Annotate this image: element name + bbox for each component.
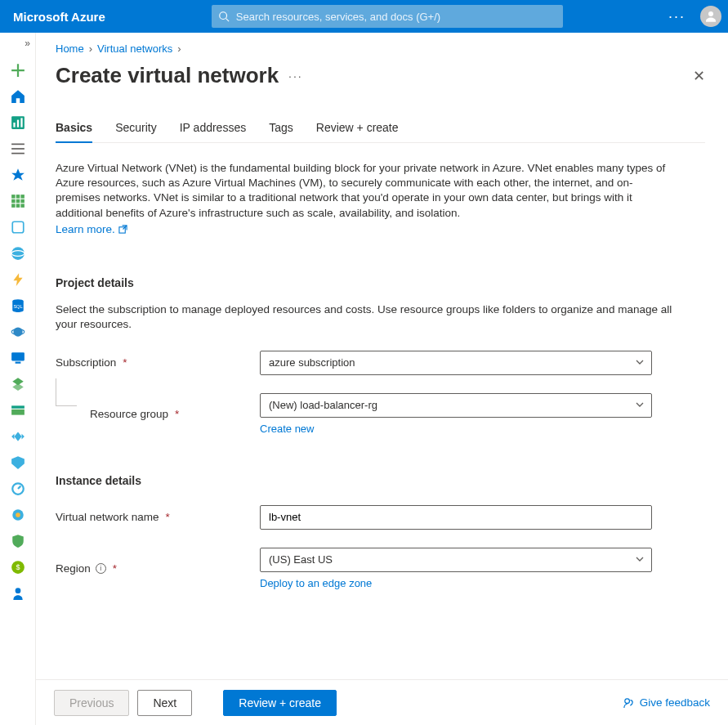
- vnet-name-field[interactable]: [260, 505, 652, 530]
- tab-basics[interactable]: Basics: [56, 121, 92, 142]
- learn-more-link[interactable]: Learn more.: [56, 222, 127, 237]
- nav-vm-icon[interactable]: [0, 345, 36, 371]
- external-link-icon: [118, 225, 127, 234]
- nav-all-services-icon[interactable]: [0, 136, 36, 162]
- svg-rect-17: [16, 204, 20, 208]
- tree-connector: [56, 378, 77, 406]
- nav-advisor-icon[interactable]: [0, 502, 36, 528]
- breadcrumb: Home › Virtual networks ›: [56, 43, 705, 55]
- next-button[interactable]: Next: [137, 690, 192, 716]
- tab-strip: Basics Security IP addresses Tags Review…: [56, 121, 705, 143]
- nav-help-icon[interactable]: [0, 580, 36, 606]
- svg-rect-27: [15, 362, 20, 364]
- nav-sql-icon[interactable]: SQL: [0, 293, 36, 319]
- svg-rect-28: [11, 405, 25, 408]
- svg-rect-26: [11, 352, 25, 360]
- create-new-rg-link[interactable]: Create new: [260, 423, 314, 435]
- svg-rect-10: [11, 195, 16, 199]
- svg-rect-14: [16, 199, 20, 204]
- nav-all-resources-icon[interactable]: [0, 188, 36, 214]
- close-button[interactable]: ✕: [693, 67, 705, 85]
- tab-review-create[interactable]: Review + create: [316, 121, 399, 142]
- nav-monitor-icon[interactable]: [0, 476, 36, 502]
- nav-home-icon[interactable]: [0, 83, 36, 110]
- tab-tags[interactable]: Tags: [269, 121, 293, 142]
- region-select[interactable]: (US) East US: [260, 548, 652, 572]
- svg-rect-4: [13, 123, 15, 128]
- nav-create-icon[interactable]: [0, 57, 36, 83]
- region-value: (US) East US: [269, 553, 333, 566]
- svg-point-32: [16, 512, 20, 517]
- account-avatar[interactable]: [700, 6, 721, 27]
- nav-favorites-icon[interactable]: [0, 162, 36, 188]
- chevron-down-icon: [635, 554, 645, 564]
- page-title: Create virtual network: [56, 63, 279, 88]
- deploy-edge-zone-link[interactable]: Deploy to an edge zone: [260, 577, 372, 589]
- nav-functions-icon[interactable]: [0, 266, 36, 293]
- svg-text:SQL: SQL: [13, 304, 22, 309]
- svg-text:$: $: [16, 563, 20, 571]
- project-details-heading: Project details: [56, 276, 705, 289]
- feedback-icon: [623, 696, 635, 709]
- svg-rect-11: [16, 195, 20, 199]
- review-create-button[interactable]: Review + create: [223, 690, 337, 716]
- svg-point-37: [625, 699, 630, 704]
- give-feedback-link[interactable]: Give feedback: [623, 696, 710, 709]
- subscription-select[interactable]: azure subscription: [260, 351, 652, 375]
- nav-dashboard-icon[interactable]: [0, 110, 36, 136]
- breadcrumb-home[interactable]: Home: [56, 43, 84, 55]
- svg-rect-19: [12, 222, 24, 233]
- svg-point-20: [11, 247, 25, 260]
- subscription-value: azure subscription: [269, 356, 355, 369]
- info-icon[interactable]: i: [96, 563, 106, 574]
- svg-rect-6: [20, 118, 22, 127]
- svg-line-1: [226, 19, 229, 22]
- topbar-more-button[interactable]: ···: [668, 8, 686, 25]
- resource-group-label: Resource group: [90, 408, 168, 420]
- nav-storage-icon[interactable]: [0, 397, 36, 423]
- resource-group-value: (New) load-balancer-rg: [269, 399, 377, 411]
- region-label: Region: [56, 562, 91, 575]
- project-details-subtext: Select the subscription to manage deploy…: [56, 302, 677, 332]
- global-search[interactable]: [212, 5, 563, 28]
- person-icon: [703, 9, 718, 24]
- nav-defender-icon[interactable]: [0, 528, 36, 554]
- nav-vnet-icon[interactable]: [0, 423, 36, 450]
- nav-aad-icon[interactable]: [0, 450, 36, 476]
- vnet-name-input[interactable]: [269, 511, 627, 523]
- top-bar: Microsoft Azure ···: [0, 0, 728, 33]
- wizard-footer: Previous Next Review + create Give feedb…: [36, 679, 728, 725]
- intro-text: Azure Virtual Network (VNet) is the fund…: [56, 161, 677, 237]
- chevron-down-icon: [635, 400, 645, 409]
- chevron-down-icon: [635, 357, 645, 367]
- nav-load-balancer-icon[interactable]: [0, 371, 36, 397]
- global-search-input[interactable]: [236, 11, 556, 23]
- nav-cost-icon[interactable]: $: [0, 554, 36, 580]
- tab-ip-addresses[interactable]: IP addresses: [180, 121, 246, 142]
- svg-rect-5: [16, 120, 18, 128]
- svg-point-0: [220, 12, 227, 20]
- nav-cosmos-icon[interactable]: [0, 319, 36, 345]
- svg-point-2: [708, 11, 713, 16]
- resource-group-select[interactable]: (New) load-balancer-rg: [260, 393, 652, 418]
- svg-rect-29: [11, 409, 25, 415]
- nav-expand-toggle[interactable]: »: [0, 38, 35, 57]
- nav-app-services-icon[interactable]: [0, 240, 36, 266]
- instance-details-heading: Instance details: [56, 474, 705, 487]
- chevron-right-icon: ›: [177, 43, 181, 55]
- svg-rect-16: [11, 204, 16, 208]
- previous-button: Previous: [54, 690, 129, 716]
- breadcrumb-vnets[interactable]: Virtual networks: [97, 43, 172, 55]
- search-icon: [218, 11, 230, 22]
- svg-point-35: [15, 588, 20, 593]
- tab-security[interactable]: Security: [115, 121, 157, 142]
- page-more-button[interactable]: ···: [288, 69, 303, 83]
- chevron-right-icon: ›: [89, 43, 92, 55]
- svg-rect-12: [20, 195, 25, 199]
- brand-label: Microsoft Azure: [13, 10, 105, 24]
- subscription-label: Subscription: [56, 356, 116, 369]
- vnet-name-label: Virtual network name: [56, 511, 159, 523]
- nav-resource-groups-icon[interactable]: [0, 214, 36, 240]
- svg-rect-18: [20, 204, 25, 208]
- left-nav: » SQL $: [0, 33, 36, 725]
